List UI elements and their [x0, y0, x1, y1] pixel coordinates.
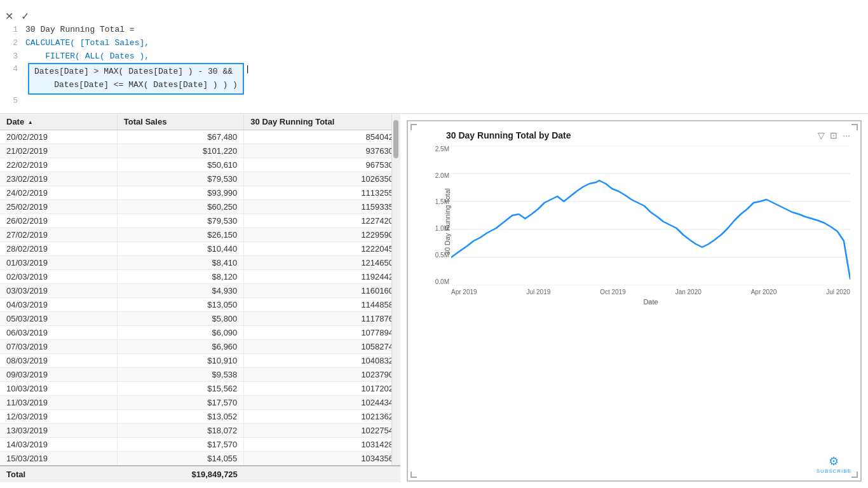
filter-icon[interactable]: ▽	[818, 130, 825, 140]
line-number: 2	[6, 37, 18, 50]
table-row: 09/03/2019 $9,538 1023790	[0, 367, 400, 381]
close-icon[interactable]: ✕	[5, 10, 13, 22]
cell-date: 03/03/2019	[0, 283, 117, 297]
x-tick-oct2019: Oct 2019	[600, 288, 626, 295]
scrollbar[interactable]	[391, 114, 400, 465]
scrollbar-thumb[interactable]	[393, 120, 398, 158]
table-row: 13/03/2019 $18,072 1022754	[0, 423, 400, 437]
cell-running: 1022754	[244, 423, 400, 437]
y-tick-0-5: 0.5M	[427, 252, 449, 259]
table-row: 24/02/2019 $93,990 1113255	[0, 186, 400, 200]
line-number: 3	[6, 50, 18, 64]
cell-sales: $6,960	[117, 339, 244, 353]
cell-date: 13/03/2019	[0, 423, 117, 437]
cell-date: 25/02/2019	[0, 200, 117, 214]
cell-date: 02/03/2019	[0, 269, 117, 283]
code-editor: ✕ ✓ 1 30 Day Running Total = 2 CALCULATE…	[0, 0, 868, 114]
cell-running: 1222045	[244, 241, 400, 255]
col-running[interactable]: 30 Day Running Total	[244, 114, 400, 130]
cell-sales: $26,150	[117, 227, 244, 241]
cell-running: 967530	[244, 158, 400, 172]
footer-label: Total	[0, 466, 117, 482]
cell-date: 04/03/2019	[0, 297, 117, 311]
chart-area: 30 Day Running Total 2.5M 2.0M 1.5M 1.0M…	[451, 146, 850, 298]
table-section: Date ▲ Total Sales 30 Day Running Total	[0, 114, 400, 488]
table-row: 28/02/2019 $10,440 1222045	[0, 241, 400, 255]
table-row: 11/03/2019 $17,570 1024434	[0, 395, 400, 409]
cell-sales: $50,610	[117, 158, 244, 172]
cell-date: 23/02/2019	[0, 172, 117, 186]
code-text: CALCULATE( [Total Sales],	[25, 37, 149, 50]
chart-title-bar: 30 Day Running Total by Date ▽ ⊡ ···	[446, 130, 850, 140]
cell-date: 12/03/2019	[0, 409, 117, 423]
cell-running: 1058274	[244, 339, 400, 353]
line-number: 5	[6, 95, 18, 108]
footer-running	[244, 466, 400, 482]
cell-running: 1023790	[244, 367, 400, 381]
table-row: 23/02/2019 $79,530 1026350	[0, 172, 400, 186]
cell-sales: $60,250	[117, 200, 244, 214]
cell-running: 1021362	[244, 409, 400, 423]
more-icon[interactable]: ···	[843, 130, 850, 140]
table-header-row: Date ▲ Total Sales 30 Day Running Total	[0, 114, 400, 130]
cell-sales: $67,480	[117, 130, 244, 144]
cell-running: 1227420	[244, 214, 400, 227]
cell-sales: $15,562	[117, 381, 244, 395]
table-row: 01/03/2019 $8,410 1214650	[0, 255, 400, 269]
table-row: 14/03/2019 $17,570 1031428	[0, 437, 400, 451]
table-row: 22/02/2019 $50,610 967530	[0, 158, 400, 172]
cell-sales: $101,220	[117, 144, 244, 158]
cell-running: 937630	[244, 144, 400, 158]
table-row: 21/02/2019 $101,220 937630	[0, 144, 400, 158]
table-row: 27/02/2019 $26,150 1229590	[0, 227, 400, 241]
cell-date: 06/03/2019	[0, 325, 117, 339]
cell-running: 1117876	[244, 311, 400, 325]
y-tick-1-5: 1.5M	[427, 198, 449, 205]
cell-running: 1031428	[244, 437, 400, 451]
cell-running: 1229590	[244, 227, 400, 241]
cell-running: 1113255	[244, 186, 400, 200]
cell-sales: $5,800	[117, 311, 244, 325]
chart-icons: ▽ ⊡ ···	[818, 130, 850, 140]
cell-running: 1026350	[244, 172, 400, 186]
cell-date: 21/02/2019	[0, 144, 117, 158]
cell-running: 854042	[244, 130, 400, 144]
cell-date: 10/03/2019	[0, 381, 117, 395]
cell-running: 1077894	[244, 325, 400, 339]
resize-handle-br	[851, 471, 858, 478]
code-lines: 1 30 Day Running Total = 2 CALCULATE( [T…	[0, 22, 868, 108]
subscribe-label: SUBSCRIBE	[817, 468, 851, 474]
cell-sales: $8,120	[117, 269, 244, 283]
cell-sales: $17,570	[117, 395, 244, 409]
cell-running: 1214650	[244, 255, 400, 269]
cell-sales: $17,570	[117, 437, 244, 451]
x-tick-apr2020: Apr 2020	[751, 288, 777, 295]
cell-sales: $10,440	[117, 241, 244, 255]
y-tick-2-5: 2.5M	[427, 146, 449, 152]
code-text: FILTER( ALL( Dates ),	[25, 50, 149, 64]
y-tick-1-0: 1.0M	[427, 225, 449, 232]
cell-date: 05/03/2019	[0, 311, 117, 325]
table-row: 03/03/2019 $4,930 1160160	[0, 283, 400, 297]
table-row: 26/02/2019 $79,530 1227420	[0, 214, 400, 227]
resize-handle-tr	[851, 124, 858, 130]
y-axis-ticks: 2.5M 2.0M 1.5M 1.0M 0.5M 0.0M	[427, 146, 449, 285]
check-icon[interactable]: ✓	[21, 10, 29, 22]
cell-sales: $4,930	[117, 283, 244, 297]
x-axis-label: Date	[451, 298, 850, 306]
expand-icon[interactable]: ⊡	[830, 130, 837, 140]
y-tick-2-0: 2.0M	[427, 172, 449, 179]
cell-running: 1159335	[244, 200, 400, 214]
cell-running: 1024434	[244, 395, 400, 409]
table-row: 07/03/2019 $6,960 1058274	[0, 339, 400, 353]
col-sales[interactable]: Total Sales	[117, 114, 244, 130]
col-sales-label: Total Sales	[124, 117, 167, 126]
cell-date: 24/02/2019	[0, 186, 117, 200]
col-date[interactable]: Date ▲	[0, 114, 117, 130]
x-axis-ticks: Apr 2019 Jul 2019 Oct 2019 Jan 2020 Apr …	[451, 288, 850, 295]
cell-running: 1034356	[244, 451, 400, 466]
cell-date: 07/03/2019	[0, 339, 117, 353]
line-number: 4	[6, 63, 18, 76]
cell-sales: $14,055	[117, 451, 244, 466]
cell-sales: $18,072	[117, 423, 244, 437]
